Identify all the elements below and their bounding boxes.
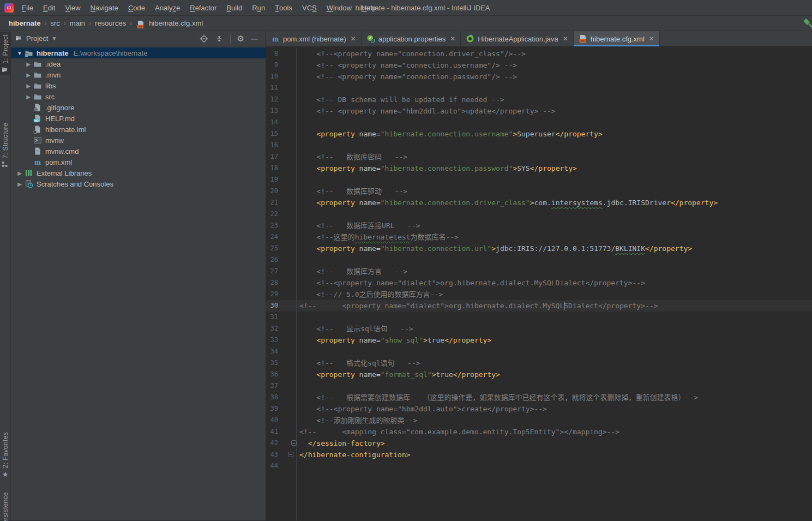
code-text[interactable]: <!-- 数据库密码 --> <box>297 151 407 163</box>
code-editor[interactable]: 8 <!--<property name="connection.driver_… <box>266 46 812 520</box>
tool-button-persistence[interactable]: Persistence <box>0 492 10 521</box>
code-text[interactable]: <!--// 5.0之后使用的数据库方言--> <box>297 289 443 300</box>
menu-analyze[interactable]: Analyze <box>150 0 185 16</box>
tree-collapsed-arrow-icon[interactable]: ▶ <box>15 170 24 176</box>
tree-item-pom.xml[interactable]: mpom.xml <box>11 157 266 167</box>
editor-empty-area[interactable] <box>266 472 812 520</box>
code-text[interactable]: <!-- <property name="connection.username… <box>297 59 517 71</box>
code-text[interactable]: <!-- 根据需要创建数据库 （这里的操作是，如果数据库中已经有这个表，就将这个… <box>297 392 698 403</box>
tree-collapsed-arrow-icon[interactable]: ▶ <box>15 181 24 187</box>
tree-item-icon-slot <box>33 81 43 90</box>
code-text[interactable] <box>297 254 299 266</box>
tree-item-.gitignore[interactable]: .gitignore <box>11 102 266 113</box>
code-text[interactable]: </hibernate-configuration> <box>297 449 411 460</box>
menu-run[interactable]: Run <box>247 0 270 16</box>
code-text[interactable]: <!--这里的hibernatetest为数据库名--> <box>297 231 459 243</box>
code-text[interactable] <box>297 117 299 128</box>
code-text[interactable] <box>297 380 299 392</box>
code-text[interactable]: <!--<property name="dialect">org.hiberna… <box>297 277 645 289</box>
code-text[interactable]: <property name="format_sql">true</proper… <box>297 369 500 380</box>
code-text[interactable] <box>297 460 299 472</box>
code-text[interactable] <box>297 82 299 94</box>
code-text[interactable]: <!-- <mapping class="com.example.demo.en… <box>297 426 619 438</box>
menu-build[interactable]: Build <box>221 0 247 16</box>
editor-tab-pom.xml-hibernate-[interactable]: mpom.xml (hibernate)✕ <box>266 31 362 46</box>
breadcrumb-item-main[interactable]: main <box>68 19 87 27</box>
code-text[interactable]: <!-- 数据库连接URL --> <box>297 220 420 231</box>
tool-button-project[interactable]: 1: Project <box>0 32 10 75</box>
tree-expanded-arrow-icon[interactable]: ▼ <box>15 50 24 56</box>
tree-item-mvnw.cmd[interactable]: mvnw.cmd <box>11 146 266 157</box>
collapse-all-button[interactable] <box>215 34 224 43</box>
close-icon[interactable]: ✕ <box>450 35 455 43</box>
editor-tab-label: hibernate.cfg.xml <box>591 35 645 43</box>
fold-collapse-icon[interactable]: – <box>288 452 293 457</box>
menu-file[interactable]: File <box>17 0 38 16</box>
code-line: 33 <property name="show_sql">true</prope… <box>266 334 812 346</box>
breadcrumb-item-hibernate.cfg.xml[interactable]: hibernate.cfg.xml <box>147 19 204 27</box>
breadcrumb-item-resources[interactable]: resources <box>93 19 128 27</box>
tree-item-.mvn[interactable]: ▶.mvn <box>11 69 266 80</box>
menu-view[interactable]: View <box>60 0 85 16</box>
tool-button-structure[interactable]: 7: Structure <box>0 123 10 168</box>
code-text[interactable]: <property name="hibernate.connection.url… <box>297 243 692 254</box>
tree-item-src[interactable]: ▶src <box>11 91 266 102</box>
fold-collapse-icon[interactable]: – <box>291 440 297 446</box>
menu-code[interactable]: Code <box>123 0 150 16</box>
menu-edit[interactable]: Edit <box>38 0 60 16</box>
code-text[interactable]: <!--<property name="connection.driver_cl… <box>297 48 526 59</box>
tree-item-scratches-and-consoles[interactable]: ▶Scratches and Consoles <box>11 178 266 189</box>
build-hammer-icon[interactable] <box>802 17 812 32</box>
gear-button[interactable]: ⚙ <box>237 35 244 43</box>
tree-item-mvnw[interactable]: mvnw <box>11 135 266 146</box>
editor-tab-application.properties[interactable]: application.properties✕ <box>362 31 461 46</box>
close-icon[interactable]: ✕ <box>649 35 654 43</box>
code-text[interactable]: <!-- <property name="dialect">org.hibern… <box>297 300 658 312</box>
code-text[interactable] <box>297 312 299 323</box>
code-text[interactable]: <!-- <property name="hbm2ddl.auto">updat… <box>297 105 556 117</box>
code-text[interactable]: <!--添加刚刚生成的映射类--> <box>297 415 417 426</box>
code-text[interactable]: <!-- <property name="connection.password… <box>297 71 517 82</box>
tree-item-external-libraries[interactable]: ▶External Libraries <box>11 167 266 178</box>
tree-item-.idea[interactable]: ▶.idea <box>11 58 266 69</box>
code-text[interactable]: </session-factory> <box>297 438 385 449</box>
tree-item-hibernate[interactable]: ▼hibernateE:\workspace\hibernate <box>11 47 266 58</box>
code-text[interactable] <box>297 140 299 151</box>
code-line: 14 <box>266 117 812 128</box>
tree-item-help.md[interactable]: MDHELP.md <box>11 113 266 124</box>
code-text[interactable]: <property name="hibernate.connection.use… <box>297 128 603 140</box>
star-icon: ★ <box>2 470 9 478</box>
close-icon[interactable]: ✕ <box>351 35 356 43</box>
code-text[interactable]: <!-- DB schema will be updated if needed… <box>297 94 504 105</box>
hide-button[interactable]: — <box>251 34 258 43</box>
code-text[interactable]: <!-- 格式化sql语句 --> <box>297 357 420 369</box>
code-text[interactable]: <!--<property name="hbm2ddl.auto">create… <box>297 403 547 415</box>
code-text[interactable]: <!-- 数据库方言 --> <box>297 266 407 277</box>
tree-item-hibernate.iml[interactable]: hibernate.iml <box>11 124 266 135</box>
code-text[interactable]: <!-- 显示sql语句 --> <box>297 323 413 334</box>
code-text[interactable] <box>297 174 299 185</box>
menu-refactor[interactable]: Refactor <box>185 0 221 16</box>
close-icon[interactable]: ✕ <box>563 35 568 43</box>
code-text[interactable]: <property name="hibernate.connection.pas… <box>297 163 577 174</box>
tree-collapsed-arrow-icon[interactable]: ▶ <box>24 61 33 67</box>
code-text[interactable] <box>297 346 299 357</box>
breadcrumb-item-hibernate[interactable]: hibernate <box>7 19 43 27</box>
breadcrumb-item-src[interactable]: src <box>49 19 62 27</box>
tool-button-favorites[interactable]: 2: Favorites★ <box>0 432 10 478</box>
tree-item-libs[interactable]: ▶libs <box>11 80 266 91</box>
menu-navigate[interactable]: Navigate <box>86 0 123 16</box>
locate-button[interactable] <box>200 34 208 43</box>
chevron-down-icon[interactable]: ▼ <box>51 35 57 41</box>
tree-collapsed-arrow-icon[interactable]: ▶ <box>24 83 33 89</box>
code-text[interactable]: <property name="hibernate.connection.dri… <box>297 197 718 208</box>
editor-tab-hibernateapplication.java[interactable]: HibernateApplication.java✕ <box>461 31 574 46</box>
tree-collapsed-arrow-icon[interactable]: ▶ <box>24 72 33 78</box>
project-panel-title[interactable]: Project <box>26 34 48 43</box>
code-text[interactable]: <property name="show_sql">true</property… <box>297 334 491 346</box>
code-text[interactable]: <!-- 数据库驱动 --> <box>297 185 407 197</box>
code-text[interactable] <box>297 208 299 220</box>
menu-tools[interactable]: Tools <box>270 0 297 16</box>
tree-collapsed-arrow-icon[interactable]: ▶ <box>24 94 33 100</box>
editor-tab-hibernate.cfg.xml[interactable]: <>hibernate.cfg.xml✕ <box>574 31 660 46</box>
